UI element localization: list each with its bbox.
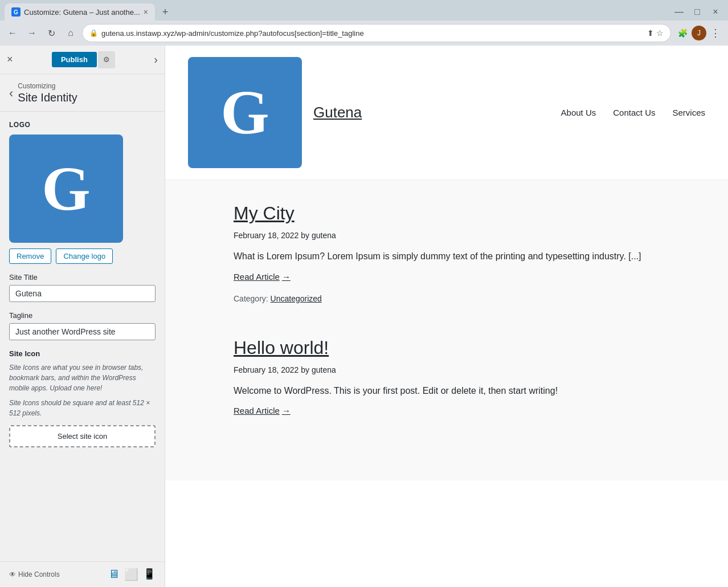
site-title-label: Site Title <box>9 273 156 282</box>
bookmark-icon[interactable]: ☆ <box>656 28 664 38</box>
site-title-group: Site Title <box>9 273 156 302</box>
address-bar[interactable]: 🔒 gutena.us.instawp.xyz/wp-admin/customi… <box>82 24 671 42</box>
post-author-2[interactable]: gutena <box>312 365 336 374</box>
tab-favicon: G <box>11 7 21 17</box>
logo-preview: G <box>9 134 123 243</box>
tab-title: Customize: Gutena – Just anothe... <box>24 8 140 17</box>
hide-controls-button[interactable]: 👁 Hide Controls <box>9 570 60 578</box>
back-button[interactable]: ← <box>5 25 21 41</box>
window-maximize-button[interactable]: □ <box>689 4 705 20</box>
site-logo-letter: G <box>220 76 269 149</box>
tagline-group: Tagline <box>9 311 156 340</box>
home-button[interactable]: ⌂ <box>63 25 79 41</box>
site-logo: G <box>188 57 302 168</box>
post-entry-1: My City February 18, 2022 by gutena What… <box>234 203 705 303</box>
nav-item-contact[interactable]: Contact Us <box>613 108 655 117</box>
remove-logo-button[interactable]: Remove <box>9 248 51 264</box>
preview-site: G Gutena About Us Contact Us Services My… <box>165 46 728 587</box>
read-article-arrow-1: → <box>282 272 291 282</box>
profile-button[interactable]: J <box>692 26 706 40</box>
logo-section: Logo G Remove Change logo <box>9 121 156 264</box>
site-icon-label: Site Icon <box>9 349 156 358</box>
preview-area: G Gutena About Us Contact Us Services My… <box>165 46 728 587</box>
forward-button[interactable]: → <box>24 25 40 41</box>
logo-letter: G <box>42 157 91 220</box>
select-site-icon-button[interactable]: Select site icon <box>9 425 156 447</box>
read-article-1[interactable]: Read Article → <box>234 272 291 282</box>
post-excerpt-1: What is Lorem Ipsum? Lorem Ipsum is simp… <box>234 249 705 264</box>
window-minimize-button[interactable]: — <box>671 4 687 20</box>
window-close-button[interactable]: × <box>707 4 723 20</box>
eye-icon: 👁 <box>9 570 16 578</box>
category-link-1[interactable]: Uncategorized <box>271 294 322 303</box>
post-title-1[interactable]: My City <box>234 203 705 224</box>
site-title-area: Gutena <box>313 104 362 121</box>
publish-settings-button[interactable]: ⚙ <box>98 51 115 68</box>
panel-close-button[interactable]: × <box>7 54 13 66</box>
post-meta-1: February 18, 2022 by gutena <box>234 231 705 240</box>
post-author-1[interactable]: gutena <box>312 231 336 240</box>
lock-icon: 🔒 <box>89 29 98 37</box>
panel-footer: 👁 Hide Controls 🖥 ⬜ 📱 <box>0 561 165 587</box>
site-identity-title: Site Identity <box>18 91 77 104</box>
post-title-2[interactable]: Hello world! <box>234 337 705 358</box>
post-by-2: by <box>301 365 312 374</box>
panel-expand-button[interactable]: › <box>154 53 158 66</box>
post-by-1: by <box>301 231 312 240</box>
read-article-arrow-2: → <box>282 406 291 415</box>
tab-close-icon[interactable]: × <box>144 7 148 17</box>
nav-item-about[interactable]: About Us <box>561 108 596 117</box>
tablet-view-button[interactable]: ⬜ <box>124 568 138 581</box>
customizing-header: ‹ Customizing Site Identity <box>0 74 165 112</box>
hide-controls-label: Hide Controls <box>18 570 60 578</box>
tagline-label: Tagline <box>9 311 156 320</box>
refresh-button[interactable]: ↻ <box>43 25 59 41</box>
site-navigation: About Us Contact Us Services <box>561 108 705 117</box>
panel-content: Logo G Remove Change logo Site Title Tag… <box>0 112 165 561</box>
browser-chrome: G Customize: Gutena – Just anothe... × +… <box>0 0 728 46</box>
read-article-2[interactable]: Read Article → <box>234 406 291 415</box>
tagline-input[interactable] <box>9 323 156 340</box>
extensions-icon[interactable]: 🧩 <box>674 25 690 41</box>
post-excerpt-2: Welcome to WordPress. This is your first… <box>234 384 705 398</box>
desktop-view-button[interactable]: 🖥 <box>108 568 120 581</box>
site-icon-description-2: Site Icons should be square and at least… <box>9 398 156 418</box>
address-text: gutena.us.instawp.xyz/wp-admin/customize… <box>101 29 644 38</box>
new-tab-button[interactable]: + <box>157 4 173 20</box>
content-area: My City February 18, 2022 by gutena What… <box>165 180 728 480</box>
share-icon[interactable]: ⬆ <box>647 28 654 38</box>
logo-section-label: Logo <box>9 121 156 129</box>
browser-menu-button[interactable]: ⋮ <box>707 25 723 41</box>
post-date-2: February 18, 2022 <box>234 365 298 374</box>
back-to-customizer-button[interactable]: ‹ <box>9 86 13 101</box>
customizer-panel: × Publish ⚙ › ‹ Customizing Site Identit… <box>0 46 165 587</box>
site-header: G Gutena About Us Contact Us Services <box>165 46 728 180</box>
post-meta-2: February 18, 2022 by gutena <box>234 365 705 374</box>
panel-header: × Publish ⚙ › <box>0 46 165 74</box>
post-category-1: Category: Uncategorized <box>234 294 705 303</box>
site-icon-description-1: Site Icons are what you see in browser t… <box>9 362 156 393</box>
post-date-1: February 18, 2022 <box>234 231 298 240</box>
publish-button[interactable]: Publish <box>52 52 97 67</box>
browser-tab[interactable]: G Customize: Gutena – Just anothe... × <box>5 3 155 21</box>
site-name[interactable]: Gutena <box>313 104 362 121</box>
site-title-input[interactable] <box>9 285 156 302</box>
change-logo-button[interactable]: Change logo <box>56 248 113 264</box>
post-entry-2: Hello world! February 18, 2022 by gutena… <box>234 337 705 424</box>
customizing-label: Customizing <box>18 82 77 90</box>
site-icon-section: Site Icon Site Icons are what you see in… <box>9 349 156 447</box>
nav-item-services[interactable]: Services <box>672 108 705 117</box>
mobile-view-button[interactable]: 📱 <box>143 568 156 581</box>
